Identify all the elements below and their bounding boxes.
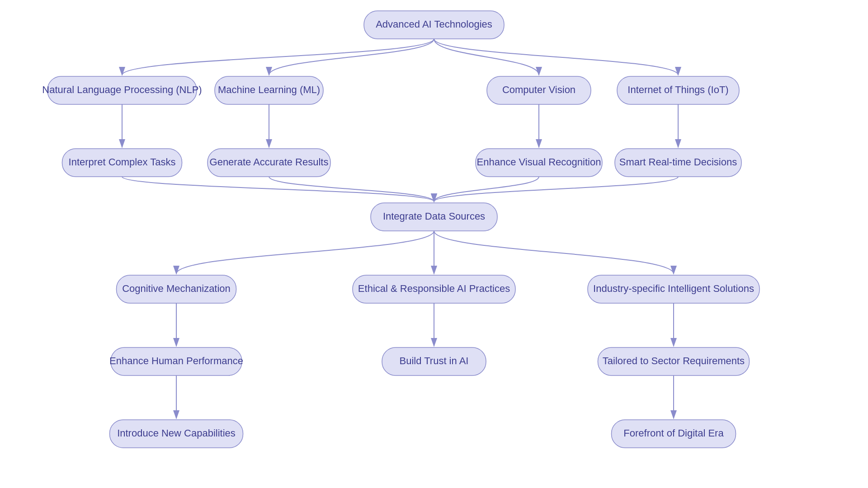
node-label-cogm: Cognitive Mechanization — [122, 283, 231, 294]
node-label-btai: Build Trust in AI — [400, 355, 469, 366]
node-ids: Integrate Data Sources — [371, 203, 497, 231]
node-label-fde: Forefront of Digital Era — [623, 427, 724, 439]
mindmap-diagram: Advanced AI TechnologiesNatural Language… — [0, 0, 868, 488]
node-label-root: Advanced AI Technologies — [376, 19, 492, 30]
node-evr: Enhance Visual Recognition — [476, 149, 602, 177]
node-isis: Industry-specific Intelligent Solutions — [588, 275, 760, 303]
node-ehp: Enhance Human Performance — [109, 347, 243, 375]
node-label-tsr: Tailored to Sector Requirements — [603, 355, 745, 366]
node-label-gar: Generate Accurate Results — [210, 156, 329, 168]
node-gar: Generate Accurate Results — [208, 149, 330, 177]
node-btai: Build Trust in AI — [382, 347, 486, 375]
node-srd: Smart Real-time Decisions — [615, 149, 741, 177]
node-label-srd: Smart Real-time Decisions — [619, 156, 737, 168]
node-erai: Ethical & Responsible AI Practices — [353, 275, 515, 303]
node-label-inc: Introduce New Capabilities — [117, 427, 236, 439]
node-label-ict: Interpret Complex Tasks — [69, 156, 176, 168]
node-inc: Introduce New Capabilities — [110, 420, 243, 448]
node-ml: Machine Learning (ML) — [215, 76, 323, 104]
node-nlp: Natural Language Processing (NLP) — [42, 76, 202, 104]
node-cogm: Cognitive Mechanization — [117, 275, 236, 303]
node-label-cv: Computer Vision — [502, 84, 576, 95]
node-label-nlp: Natural Language Processing (NLP) — [42, 84, 202, 95]
node-label-evr: Enhance Visual Recognition — [477, 156, 601, 168]
node-tsr: Tailored to Sector Requirements — [598, 347, 750, 375]
node-ict: Interpret Complex Tasks — [62, 149, 182, 177]
node-label-ids: Integrate Data Sources — [383, 211, 485, 222]
node-label-ml: Machine Learning (ML) — [218, 84, 320, 95]
node-cv: Computer Vision — [487, 76, 591, 104]
node-label-ehp: Enhance Human Performance — [109, 355, 243, 366]
node-fde: Forefront of Digital Era — [612, 420, 736, 448]
node-label-isis: Industry-specific Intelligent Solutions — [593, 283, 754, 294]
node-root: Advanced AI Technologies — [364, 11, 504, 39]
node-label-erai: Ethical & Responsible AI Practices — [358, 283, 510, 294]
node-iot: Internet of Things (IoT) — [617, 76, 739, 104]
node-label-iot: Internet of Things (IoT) — [627, 84, 728, 95]
